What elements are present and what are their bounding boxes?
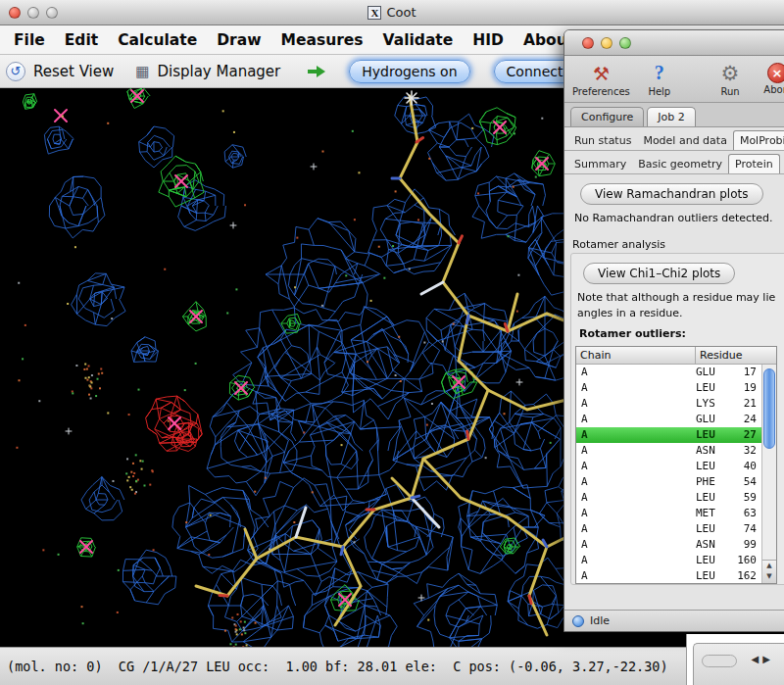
rotamer-outlier-row[interactable]: ALYS21 [576,396,776,412]
green-arrow-icon[interactable] [308,65,325,78]
column-header-chain[interactable]: Chain [576,347,696,365]
rotamer-outlier-row[interactable]: AGLU17 [576,365,776,380]
scrollbar-arrows[interactable]: ▲▼ [762,560,776,583]
scroll-left-icon[interactable]: ◀ [752,654,763,664]
rotamer-outlier-row[interactable]: ALEU59 [576,490,776,506]
help-button[interactable]: ?Help [642,62,677,97]
tab-configure[interactable]: Configure [570,107,644,126]
menu-edit[interactable]: Edit [55,27,108,53]
residue-number: 59 [744,490,757,506]
dialog-zoom-button[interactable] [619,37,631,49]
table-scrollbar[interactable]: ▲▼ [761,365,776,583]
abort-button[interactable]: ×Abort [760,63,784,95]
residue-number: 54 [744,474,757,490]
residue-number: 63 [744,506,757,521]
menu-hid[interactable]: HID [463,27,514,53]
hydrogens-toggle-button[interactable]: Hydrogens on [349,60,469,83]
chain-cell: A [576,396,696,412]
close-button[interactable] [9,7,21,19]
preferences-button[interactable]: ⚒Preferences [572,62,630,97]
x11-icon: X [368,6,381,20]
tab-clashes[interactable]: Clashes [780,155,784,173]
reset-view-button[interactable]: Reset View [33,63,114,80]
residue-number: 32 [744,443,757,459]
rotamer-outlier-row[interactable]: ALEU74 [576,521,776,537]
scrollbar-thumb[interactable] [763,368,775,449]
abort-icon: × [767,63,784,83]
chain-cell: A [576,412,696,427]
rotamer-outlier-row[interactable]: AASN32 [576,443,776,459]
toolbar-button-label: Preferences [572,86,630,97]
chain-cell: A [576,474,696,490]
residue-name: ASN [696,443,715,459]
dialog-toolbar: ⚒Preferences?Help⚙Run×Abort [564,56,784,103]
rotamer-analysis-frame: View Chi1–Chi2 plots Note that although … [570,253,784,585]
column-header-residue[interactable]: Residue [696,347,776,365]
residue-name: LEU [696,553,715,568]
residue-name: LEU [696,380,715,396]
residue-name: LEU [696,427,715,443]
recenter-icon[interactable]: ↺ [6,62,25,81]
rotamer-outlier-row[interactable]: ALEU27 [576,427,776,443]
molprobity-tabs: SummaryBasic geometryProteinClashes [564,151,784,174]
window-title-area: X Coot [0,5,784,20]
rotamer-outliers-label: Rotamer outliers: [579,327,784,340]
minimize-button[interactable] [27,7,39,19]
tab-molprobity[interactable]: MolProbity [733,130,784,150]
tab-basic-geometry[interactable]: Basic geometry [632,155,728,173]
view-chi1-chi2-plots-button[interactable]: View Chi1–Chi2 plots [583,263,735,284]
chain-cell: A [576,365,696,380]
chain-cell: A [576,553,696,568]
scroll-right-icon[interactable]: ▶ [762,654,774,664]
screen: X Coot FileEditCalculateDrawMeasuresVali… [0,0,784,685]
display-manager-icon[interactable]: ▦ [135,63,149,80]
residue-name: GLU [696,365,715,380]
run-button[interactable]: ⚙Run [712,62,748,97]
residue-name: ASN [696,537,715,553]
residue-name: LEU [696,490,715,506]
chain-cell: A [576,506,696,521]
rotamer-outlier-row[interactable]: ALEU40 [576,459,776,474]
chain-cell: A [576,490,696,506]
tab-job-2[interactable]: Job 2 [647,107,695,126]
menu-calculate[interactable]: Calculate [108,27,207,53]
chain-cell: A [576,568,696,583]
rotamer-outlier-row[interactable]: APHE54 [576,474,776,490]
menu-file[interactable]: File [4,27,55,53]
rotamer-note-line2: angles in a residue. [577,307,784,319]
residue-number: 74 [744,521,757,537]
display-manager-button[interactable]: Display Manager [157,63,280,80]
rotamer-outlier-row[interactable]: AGLU24 [576,412,776,427]
tab-model-and-data[interactable]: Model and data [637,131,733,150]
view-ramachandran-plots-button[interactable]: View Ramachandran plots [580,183,763,205]
tab-run-status[interactable]: Run status [568,131,637,150]
scroll-arrows[interactable]: ◀▶ [752,654,774,664]
rotamer-outlier-row[interactable]: ALEU162 [576,568,776,583]
rotamer-note-line1: Note that although a residue may lie [577,291,784,304]
rotamer-outlier-row[interactable]: ALEU19 [576,380,776,396]
menu-measures[interactable]: Measures [271,27,373,53]
rotamer-outliers-table: Chain Residue AGLU17ALEU19ALYS21AGLU24AL… [575,346,777,584]
residue-name: LYS [696,396,715,412]
coot-titlebar: X Coot [0,0,784,25]
preferences-tools-icon: ⚒ [593,62,610,85]
dialog-minimize-button[interactable] [601,37,612,49]
residue-number: 24 [744,412,757,427]
residue-number: 17 [744,365,757,380]
rotamer-outlier-row[interactable]: AASN99 [576,537,776,553]
toolbar-button-label: Abort [763,84,784,95]
zoom-button[interactable] [46,7,58,19]
dialog-close-button[interactable] [582,37,594,49]
tab-summary[interactable]: Summary [568,155,632,173]
chain-cell: A [576,380,696,396]
job-tabs: ConfigureJob 2 [564,103,784,127]
status-text: (mol. no: 0) CG /1/A/27 LEU occ: 1.00 bf… [7,659,668,674]
table-header: Chain Residue [576,347,776,365]
tab-protein[interactable]: Protein [728,154,780,173]
rotamer-outlier-row[interactable]: AMET63 [576,506,776,521]
residue-number: 40 [744,459,757,474]
rotamer-outlier-row[interactable]: ALEU160 [576,553,776,568]
horizontal-scrollbar[interactable] [702,655,737,667]
menu-validate[interactable]: Validate [373,27,464,53]
menu-draw[interactable]: Draw [207,27,270,53]
